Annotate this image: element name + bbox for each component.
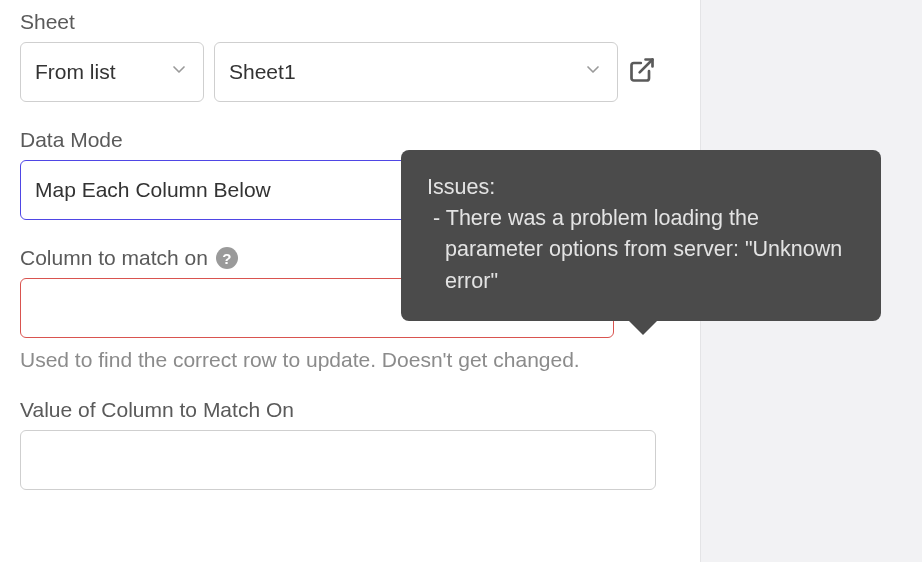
sheet-value-select[interactable]: Sheet1 (214, 42, 618, 102)
external-link-icon[interactable] (628, 56, 656, 88)
sheet-mode-value: From list (35, 60, 116, 84)
sheet-value: Sheet1 (229, 60, 296, 84)
tooltip-heading: Issues: (427, 172, 855, 203)
column-match-helper: Used to find the correct row to update. … (20, 348, 650, 372)
svg-line-0 (640, 60, 653, 73)
tooltip-body: - There was a problem loading the parame… (427, 203, 855, 297)
error-tooltip: Issues: - There was a problem loading th… (401, 150, 881, 321)
help-icon[interactable]: ? (216, 247, 238, 269)
value-match-section: Value of Column to Match On (20, 398, 680, 490)
sheet-section: Sheet From list Sheet1 (20, 10, 680, 102)
data-mode-label: Data Mode (20, 128, 680, 152)
data-mode-value: Map Each Column Below (35, 178, 271, 202)
chevron-down-icon (169, 60, 189, 85)
sheet-mode-select[interactable]: From list (20, 42, 204, 102)
value-match-input[interactable] (20, 430, 656, 490)
value-match-label: Value of Column to Match On (20, 398, 680, 422)
tooltip-arrow-icon (629, 321, 657, 335)
sheet-label: Sheet (20, 10, 680, 34)
column-match-label: Column to match on (20, 246, 208, 270)
chevron-down-icon (583, 60, 603, 85)
